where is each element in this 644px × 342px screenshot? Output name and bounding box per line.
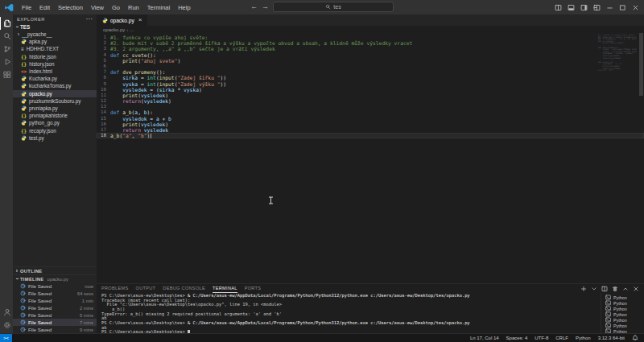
code-line-9[interactable]: 9 vyska = int(input("Zadej výšku ")) <box>97 81 644 87</box>
timeline-item[interactable]: File Saved7 mins <box>13 319 97 326</box>
new-terminal-icon[interactable] <box>580 286 587 292</box>
file-python_go.py[interactable]: python_go.py <box>13 119 97 126</box>
terminal-instance[interactable]: Python <box>601 295 644 300</box>
timeline-item[interactable]: File Saved2 mins <box>13 304 97 311</box>
close-panel-icon[interactable] <box>633 286 639 292</box>
terminal-output[interactable]: PS C:\Users\asus-ew\Desktop\tes> & C:/Us… <box>97 293 601 333</box>
status-3.12.3[interactable]: 3.12.3 64-bit <box>598 336 625 340</box>
editor[interactable]: 1#1. funkce co vypíše ahoj světe:2#2. bu… <box>97 33 644 283</box>
file-opacko.py[interactable]: opacko.py <box>13 90 97 97</box>
file-HDHHD.TEXT[interactable]: ≡HDHHD.TEXT <box>13 45 97 52</box>
close-icon[interactable] <box>632 4 639 11</box>
terminal-instance[interactable]: Python <box>601 311 644 317</box>
timeline-item[interactable]: File Savednow <box>13 282 97 290</box>
panel-tab-ports[interactable]: PORTS <box>245 284 262 293</box>
command-center-search[interactable]: tes <box>273 2 394 12</box>
file-pruzkumnikSouboru.py[interactable]: pruzkumnikSouboru.py <box>13 97 97 105</box>
more-actions-icon[interactable]: ⋯ <box>86 17 93 22</box>
search-icon[interactable] <box>0 30 13 43</box>
menu-item-file[interactable]: File <box>18 2 35 13</box>
code-line-15[interactable]: 15 vysledok = a + b <box>97 116 644 122</box>
file-prvniapkahistorie[interactable]: {}prvniapkahistorie <box>13 112 97 119</box>
code-line-16[interactable]: 16 print(vysledek) <box>97 122 644 127</box>
menu-item-view[interactable]: View <box>87 2 108 13</box>
terminal-instance[interactable]: Python <box>601 300 644 306</box>
code-line-6[interactable]: 6 <box>97 64 644 69</box>
code-line-10[interactable]: 10 vysledek = (sirka * vyska) <box>97 87 644 93</box>
file-historie.json[interactable]: {}historie.json <box>13 53 97 60</box>
code-line-7[interactable]: 7def dve_promeny(): <box>97 69 644 75</box>
file-history.json[interactable]: {}history.json <box>13 60 97 68</box>
customize-layout-icon[interactable] <box>593 4 601 11</box>
run-debug-icon[interactable] <box>0 56 13 68</box>
file-__pycache__[interactable]: ›__pycache__ <box>13 31 97 38</box>
folder-root[interactable]: › TES <box>13 23 97 31</box>
code-line-12[interactable]: 12 return(vysledek) <box>97 98 644 104</box>
code-line-13[interactable]: 13 <box>97 104 644 109</box>
toggle-panel-icon[interactable] <box>568 4 575 11</box>
toggle-secondary-sidebar-icon[interactable] <box>580 4 588 11</box>
menu-item-help[interactable]: Help <box>174 2 194 13</box>
settings-icon[interactable] <box>0 319 13 332</box>
kill-terminal-icon[interactable] <box>612 286 618 292</box>
split-editor-icon[interactable] <box>555 4 562 11</box>
menu-item-edit[interactable]: Edit <box>35 2 54 13</box>
extensions-icon[interactable] <box>0 68 13 81</box>
menu-item-terminal[interactable]: Terminal <box>143 2 174 13</box>
status-ln[interactable]: Ln 17, Col 14 <box>470 336 499 340</box>
breadcrumb-item[interactable]: ... <box>130 27 134 32</box>
status-crlf[interactable]: CRLF <box>555 336 568 340</box>
timeline-item[interactable]: File Saved1 min <box>13 297 97 304</box>
nav-back-icon[interactable]: ← <box>250 2 258 12</box>
code-line-8[interactable]: 8 sirka = int(input("Zadej šířku ")) <box>97 75 644 80</box>
file-index.html[interactable]: <>index.html <box>13 68 97 75</box>
panel-tab-terminal[interactable]: TERMINAL <box>213 284 237 293</box>
timeline-item[interactable]: File Saved5 mins <box>13 311 97 319</box>
editor-scrollbar[interactable] <box>639 33 643 96</box>
terminal-instance[interactable]: Python <box>601 306 644 311</box>
file-test.py[interactable]: test.py <box>13 134 97 142</box>
split-terminal-icon[interactable] <box>601 286 608 292</box>
status-utf-8[interactable]: UTF-8 <box>535 336 548 340</box>
minimize-icon[interactable] <box>606 4 613 11</box>
file-prvniapka.py[interactable]: prvniapka.py <box>13 105 97 112</box>
file-apka.py[interactable]: apka.py <box>13 38 97 45</box>
maximize-icon[interactable] <box>619 4 626 11</box>
menu-item-run[interactable]: Run <box>124 2 143 13</box>
explorer-icon[interactable] <box>0 17 13 30</box>
timeline-item[interactable]: File Saved9 mins <box>13 326 97 333</box>
terminal-instance[interactable]: Python <box>601 323 644 328</box>
launch-profile-icon[interactable] <box>591 286 597 292</box>
status-spaces[interactable]: Spaces: 4 <box>506 336 528 340</box>
menu-item-go[interactable]: Go <box>108 2 124 13</box>
code-line-3[interactable]: 3#3. 2 argumenty, ,,a" a ,,b" sečte je a… <box>97 46 644 52</box>
terminal-instance[interactable]: Python <box>601 317 644 323</box>
code-line-5[interactable]: 5 print("ahoj svete") <box>97 58 644 64</box>
maximize-panel-icon[interactable] <box>622 286 629 292</box>
code-line-4[interactable]: 4def cc_svete(): <box>97 52 644 58</box>
breadcrumb-item[interactable]: opacko.py <box>103 27 125 32</box>
menu-item-selection[interactable]: Selection <box>54 2 87 13</box>
bell-icon[interactable] <box>632 335 638 341</box>
code-line-17[interactable]: 17 return vysledek <box>97 127 644 133</box>
code-line-11[interactable]: 11 print(vysledek) <box>97 93 644 98</box>
close-icon[interactable]: × <box>138 17 142 23</box>
source-control-icon[interactable] <box>0 43 13 56</box>
tab-opacko-py[interactable]: opacko.py × <box>97 14 147 26</box>
accounts-icon[interactable] <box>0 306 13 319</box>
panel-tab-output[interactable]: OUTPUT <box>136 284 156 293</box>
minimap[interactable]: #1. funkce co vypíše ahoj světe: #2. bud… <box>598 35 637 72</box>
panel-tab-debug-console[interactable]: DEBUG CONSOLE <box>163 284 205 293</box>
code-line-2[interactable]: 2#2. bude mít v sobě 2 proměnné šířka a … <box>97 40 644 46</box>
timeline-section-header[interactable]: › TIMELINE opacko.py <box>13 274 97 282</box>
file-Kucharka.py[interactable]: Kucharka.py <box>13 75 97 82</box>
file-recapty.json[interactable]: {}recapty.json <box>13 126 97 134</box>
code-line-14[interactable]: 14def a_b(a, b): <box>97 109 644 115</box>
timeline-item[interactable]: File Saved64 secs <box>13 290 97 297</box>
nav-forward-icon[interactable]: → <box>262 2 269 12</box>
status-python[interactable]: Python <box>576 336 591 340</box>
outline-section-header[interactable]: › OUTLINE <box>13 266 97 274</box>
code-line-1[interactable]: 1#1. funkce co vypíše ahoj světe: <box>97 35 644 40</box>
file-kucharkaTomas.py[interactable]: kucharkaTomas.py <box>13 82 97 89</box>
remote-indicator[interactable]: >< <box>0 334 12 342</box>
